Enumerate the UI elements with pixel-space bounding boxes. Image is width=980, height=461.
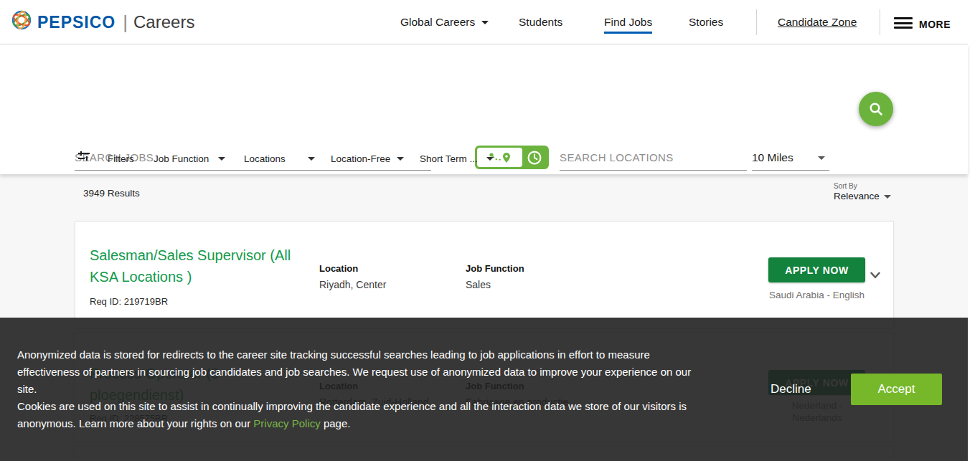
filter-short-term[interactable]: Short Term ...: [420, 153, 494, 164]
nav-divider: [756, 9, 757, 35]
nav-candidate-zone[interactable]: Candidate Zone: [778, 16, 857, 29]
clock-icon: [527, 150, 542, 166]
chevron-down-icon[interactable]: [869, 269, 882, 282]
recent-clock-toggle-option[interactable]: [522, 150, 547, 166]
logo-careers-text: Careers: [133, 12, 194, 32]
top-navigation-bar: PEPSICO | Careers Global Careers Student…: [0, 0, 968, 44]
job-function-column: Job Function Sales: [466, 263, 524, 290]
nav-find-jobs-active[interactable]: Find Jobs: [604, 16, 652, 29]
caret-down-icon: [884, 195, 891, 199]
nav-students[interactable]: Students: [519, 16, 562, 29]
job-title-link[interactable]: Salesman/Sales Supervisor (All KSA Locat…: [90, 244, 294, 287]
location-value: Riyadh, Center: [319, 279, 386, 290]
globe-icon: [10, 9, 33, 32]
filter-tune-icon[interactable]: [76, 148, 92, 164]
cookie-paragraph-2: Cookies are used on this site to assist …: [17, 400, 687, 429]
radius-select[interactable]: 10 Miles: [752, 145, 829, 171]
accept-button[interactable]: Accept: [851, 374, 942, 405]
page-content: PEPSICO | Careers Global Careers Student…: [0, 0, 968, 461]
search-button[interactable]: [859, 92, 893, 126]
job-locale: Saudi Arabia - English: [754, 289, 880, 301]
job-function-label: Job Function: [466, 263, 524, 274]
hamburger-icon[interactable]: [894, 17, 913, 29]
filters-label[interactable]: Filters: [108, 153, 134, 164]
logo-brand-text: PEPSICO: [37, 13, 116, 32]
results-area: 3949 Results Sort By Relevance Salesman/…: [0, 174, 968, 461]
pepsico-careers-logo[interactable]: PEPSICO | Careers: [10, 0, 194, 44]
nav-global-careers[interactable]: Global Careers: [400, 16, 489, 29]
job-req-id: Req ID: 219719BR: [90, 296, 168, 307]
radius-value: 10 Miles: [752, 151, 793, 164]
sort-control[interactable]: Sort By Relevance: [834, 182, 891, 201]
filter-locations[interactable]: Locations: [244, 153, 315, 164]
filter-job-function[interactable]: Job Function: [154, 153, 225, 164]
logo-divider: |: [123, 11, 128, 34]
cookie-paragraph-2-end: page.: [321, 417, 351, 429]
search-locations-input[interactable]: [560, 145, 747, 171]
decline-button[interactable]: Decline: [762, 378, 820, 401]
filter-location-free[interactable]: Location-Free: [331, 153, 404, 164]
location-label: Location: [319, 263, 386, 274]
caret-down-icon: [481, 21, 489, 24]
job-location-column: Location Riyadh, Center: [319, 263, 386, 290]
apply-now-button[interactable]: APPLY NOW: [768, 257, 865, 282]
job-function-value: Sales: [466, 279, 524, 290]
caret-down-icon: [397, 157, 404, 161]
nav-divider: [880, 9, 880, 35]
sort-value: Relevance: [834, 191, 880, 201]
caret-down-icon: [486, 157, 494, 161]
cookie-consent-banner: Anonymized data is stored for redirects …: [0, 318, 968, 461]
results-count: 3949 Results: [83, 188, 140, 199]
caret-down-icon: [818, 156, 825, 160]
cookie-banner-text: Anonymized data is stored for redirects …: [17, 346, 701, 432]
caret-down-icon: [218, 157, 225, 161]
caret-down-icon: [308, 157, 315, 161]
job-card: Salesman/Sales Supervisor (All KSA Locat…: [75, 221, 894, 328]
sort-by-label: Sort By: [834, 182, 891, 190]
nav-more[interactable]: MORE: [919, 19, 951, 30]
pepsico-careers-page: PEPSICO | Careers Global Careers Student…: [0, 0, 980, 461]
nav-stories[interactable]: Stories: [689, 16, 723, 29]
cookie-paragraph-1: Anonymized data is stored for redirects …: [17, 348, 691, 395]
search-icon: [868, 101, 884, 117]
search-panel: 10 Miles Filters Job Function Locations …: [0, 44, 968, 174]
privacy-policy-link[interactable]: Privacy Policy: [253, 417, 320, 429]
